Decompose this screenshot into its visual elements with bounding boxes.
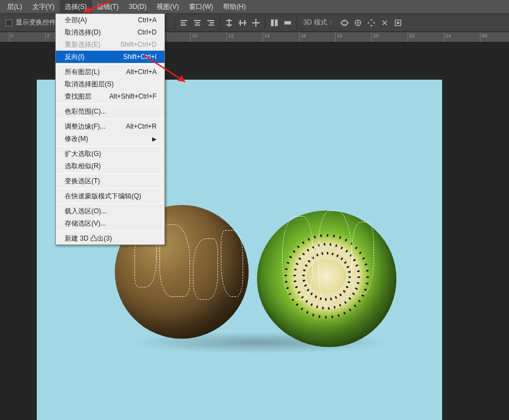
- menu-item-label: 存储选区(V)...: [65, 219, 106, 228]
- menu-item[interactable]: 调整边缘(F)...Alt+Ctrl+R: [56, 120, 164, 133]
- distribute-c-icon[interactable]: [250, 17, 262, 29]
- select-menu-dropdown: 全部(A)Ctrl+A取消选择(D)Ctrl+D重新选择(E)Shift+Ctr…: [55, 13, 165, 245]
- orbit-icon[interactable]: [338, 17, 351, 29]
- svg-rect-8: [209, 25, 214, 26]
- selection-marquee: [352, 222, 374, 294]
- svg-rect-0: [181, 20, 187, 21]
- selection-marquee: [282, 216, 313, 300]
- svg-rect-24: [397, 22, 399, 24]
- menu-item[interactable]: 选取相似(R): [56, 160, 164, 172]
- align-right-icon[interactable]: [205, 17, 217, 29]
- menu-item-label: 在快速蒙版模式下编辑(Q): [65, 192, 141, 201]
- menu-item-shortcut: Alt+Ctrl+R: [126, 123, 157, 130]
- menu-item[interactable]: 色彩范围(C)...: [56, 105, 164, 118]
- svg-rect-5: [195, 25, 200, 26]
- show-transform-label: 显示变换控件: [16, 18, 56, 27]
- slide-icon[interactable]: [379, 17, 391, 29]
- menu-bar: 层(L) 文字(Y) 选择(S) 滤镜(T) 3D(D) 视图(V) 窗口(W)…: [0, 0, 509, 13]
- menu-divider: [56, 104, 164, 104]
- menu-divider: [56, 119, 164, 119]
- menu-item-shortcut: Shift+Ctrl+I: [123, 53, 157, 61]
- svg-rect-14: [244, 20, 245, 26]
- menu-item[interactable]: 取消选择图层(S): [56, 78, 164, 90]
- menu-item-label: 取消选择(D): [65, 28, 101, 37]
- menu-item-label: 色彩范围(C)...: [65, 107, 106, 116]
- toolbar-separator: [265, 16, 265, 30]
- menu-divider: [56, 173, 164, 174]
- menu-item-label: 反向(I): [65, 52, 84, 62]
- svg-rect-13: [240, 20, 241, 26]
- menu-item-label: 查找图层: [65, 92, 91, 101]
- menu-item[interactable]: 变换选区(T): [56, 175, 164, 187]
- 3d-mode-label: 3D 模式：: [300, 17, 337, 29]
- menu-item[interactable]: 反向(I)Shift+Ctrl+I: [56, 51, 164, 63]
- menu-3d[interactable]: 3D(D): [124, 1, 152, 13]
- pan-icon[interactable]: [365, 17, 377, 29]
- ruler-tick: 2: [45, 32, 50, 42]
- scale-icon[interactable]: [392, 17, 404, 29]
- menu-help[interactable]: 帮助(H): [218, 0, 251, 14]
- menu-item-label: 修改(M): [65, 134, 88, 144]
- menu-item-label: 取消选择图层(S): [65, 80, 114, 89]
- menu-item-shortcut: Ctrl+A: [138, 16, 157, 24]
- selection-marquee: [318, 211, 352, 308]
- menu-item[interactable]: 扩大选取(G): [56, 148, 164, 160]
- svg-rect-6: [207, 20, 214, 21]
- menu-item-shortcut: Shift+Ctrl+D: [120, 41, 157, 48]
- menu-divider: [56, 146, 164, 146]
- menu-item-shortcut: Ctrl+D: [138, 28, 157, 36]
- menu-type[interactable]: 文字(Y): [27, 0, 60, 14]
- menu-item-label: 载入选区(O)...: [65, 207, 106, 216]
- menu-item[interactable]: 查找图层Alt+Shift+Ctrl+F: [56, 90, 164, 102]
- align-center-icon[interactable]: [191, 17, 203, 29]
- menu-item[interactable]: 新建 3D 凸出(3): [56, 232, 164, 245]
- toolbar-separator: [220, 16, 220, 30]
- auto-blend-icon[interactable]: [282, 17, 294, 29]
- menu-item[interactable]: 存储选区(V)...: [56, 217, 164, 229]
- menu-item[interactable]: 在快速蒙版模式下编辑(Q): [56, 190, 164, 202]
- menu-filter[interactable]: 滤镜(T): [92, 0, 124, 14]
- svg-rect-11: [226, 25, 232, 26]
- menu-item-label: 调整边缘(F)...: [65, 122, 105, 131]
- roll-icon[interactable]: [352, 17, 364, 29]
- align-edges-icon[interactable]: [178, 17, 190, 29]
- show-transform-checkbox[interactable]: [6, 19, 12, 26]
- ruler-tick: 24: [444, 32, 451, 42]
- menu-item[interactable]: 所有图层(L)Alt+Ctrl+A: [56, 66, 164, 78]
- toolbar-separator: [297, 16, 297, 30]
- auto-align-icon[interactable]: [268, 17, 280, 29]
- ruler-tick: 26: [480, 32, 487, 42]
- menu-view[interactable]: 视图(V): [152, 0, 184, 14]
- ruler-tick: 14: [263, 32, 270, 42]
- menu-item[interactable]: 载入选区(O)...: [56, 205, 164, 217]
- menu-item-label: 全部(A): [65, 16, 87, 25]
- ruler-tick: 16: [299, 32, 306, 42]
- menu-item[interactable]: 全部(A)Ctrl+A: [56, 14, 164, 26]
- svg-rect-1: [181, 22, 185, 23]
- svg-rect-17: [271, 19, 274, 26]
- menu-item-label: 所有图层(L): [65, 67, 100, 77]
- submenu-arrow-icon: ▶: [152, 136, 157, 142]
- selection-marquee: [193, 238, 218, 300]
- menu-divider: [56, 231, 164, 231]
- svg-rect-2: [181, 25, 186, 26]
- menu-select[interactable]: 选择(S): [60, 0, 92, 14]
- menu-divider: [56, 188, 164, 189]
- ruler-tick: 20: [371, 32, 379, 42]
- svg-rect-7: [210, 22, 214, 23]
- ruler-tick: 10: [190, 32, 197, 42]
- menu-item-shortcut: Alt+Shift+Ctrl+F: [109, 92, 157, 100]
- menu-item-label: 重新选择(E): [65, 40, 100, 50]
- menu-item: 重新选择(E)Shift+Ctrl+D: [56, 38, 164, 51]
- distribute-h-icon[interactable]: [236, 17, 249, 29]
- svg-rect-18: [275, 19, 278, 26]
- ruler-tick: 12: [226, 32, 234, 42]
- menu-item[interactable]: 取消选择(D)Ctrl+D: [56, 26, 164, 38]
- menu-layer[interactable]: 层(L): [2, 0, 27, 14]
- ruler-tick: 0: [9, 32, 13, 42]
- svg-rect-16: [252, 22, 260, 23]
- menu-divider: [56, 203, 164, 204]
- distribute-v-icon[interactable]: [223, 17, 235, 29]
- menu-window[interactable]: 窗口(W): [184, 0, 218, 14]
- menu-item[interactable]: 修改(M)▶: [56, 133, 164, 145]
